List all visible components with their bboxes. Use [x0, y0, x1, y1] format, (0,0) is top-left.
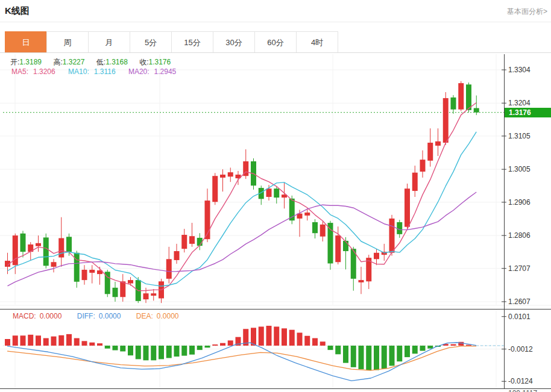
price-tick-label: 1.2806: [508, 231, 531, 240]
ma5-value: 1.3206: [33, 67, 55, 76]
price-tick-label: 1.3204: [508, 99, 531, 107]
macd-histogram: [5, 326, 471, 370]
macd-tick-label: -0.0124: [508, 377, 533, 385]
diff-value: 0.0000: [99, 312, 121, 320]
dea-label: DEA:: [136, 312, 153, 320]
tab-week[interactable]: 周: [46, 31, 89, 53]
ma5-label: MA5:: [11, 67, 28, 76]
dea-value: 0.0000: [157, 312, 179, 320]
next-pane-partial-label: 100.1117: [508, 389, 537, 392]
kline-chart-widget: K线图 基本面分析> 日 周 月 5分 15分 30分 60分 4时 开:1.3…: [0, 0, 551, 392]
tab-month[interactable]: 月: [88, 31, 130, 53]
period-tabs: 日 周 月 5分 15分 30分 60分 4时: [5, 31, 338, 53]
ma20-value: 1.2945: [154, 67, 177, 76]
high-label: 高:: [53, 58, 62, 66]
macd-tick-label: 0.0101: [508, 313, 531, 321]
diff-label: DIFF:: [77, 312, 95, 320]
high-value: 1.3227: [63, 58, 85, 66]
ma20-label: MA20:: [128, 67, 150, 76]
low-value: 1.3168: [105, 58, 128, 66]
price-tick-label: 1.3005: [508, 165, 531, 173]
macd-tick-label: -0.0012: [508, 345, 533, 353]
tab-4hour[interactable]: 4时: [296, 31, 338, 53]
tabs-underline: [0, 52, 551, 53]
tab-30min[interactable]: 30分: [213, 31, 255, 53]
header-divider: [0, 22, 551, 22]
chart-canvas[interactable]: [0, 54, 551, 392]
macd-value: 0.0000: [40, 312, 62, 320]
tab-day[interactable]: 日: [5, 31, 47, 53]
price-tick-label: 1.2707: [508, 264, 531, 273]
close-label: 收:: [139, 58, 148, 66]
fundamental-analysis-link[interactable]: 基本面分析>: [507, 7, 547, 17]
ma-readout: MA5:1.3206 MA10:1.3116 MA20:1.2945: [11, 67, 181, 76]
candles-layer: [5, 81, 479, 303]
ma10-label: MA10:: [68, 67, 89, 76]
open-label: 开:: [10, 58, 19, 66]
macd-label: MACD:: [13, 312, 36, 320]
tab-5min[interactable]: 5分: [130, 31, 172, 53]
open-value: 1.3189: [19, 58, 42, 66]
price-tick-label: 1.2906: [508, 198, 531, 207]
page-title: K线图: [5, 5, 30, 17]
close-value: 1.3176: [149, 58, 171, 66]
macd-readout: MACD:0.0000 DIFF:0.0000 DEA:0.0000: [13, 312, 182, 320]
tab-15min[interactable]: 15分: [171, 31, 213, 53]
low-label: 低:: [96, 58, 105, 66]
ohlc-readout: 开:1.3189 高:1.3227 低:1.3168 收:1.3176: [10, 57, 180, 67]
price-tick-label: 1.3105: [508, 132, 531, 140]
price-tick-label: 1.2607: [508, 297, 531, 306]
ma10-value: 1.3116: [94, 67, 116, 76]
price-axis-line: [502, 54, 506, 388]
price-tick-label: 1.3304: [508, 66, 531, 74]
current-price-badge: 1.3176: [505, 108, 551, 117]
tab-60min[interactable]: 60分: [254, 31, 297, 53]
